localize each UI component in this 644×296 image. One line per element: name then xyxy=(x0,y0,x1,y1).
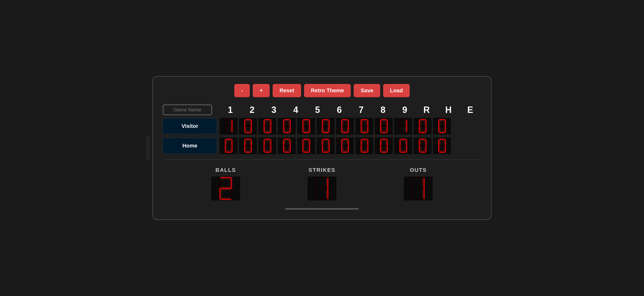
score-cell[interactable] xyxy=(413,137,432,154)
score-cell[interactable] xyxy=(297,137,315,154)
inning-header: 8 xyxy=(374,105,392,115)
outs-label: OUTS xyxy=(410,167,427,173)
header-row: 123456789RHE xyxy=(163,105,481,115)
score-cell[interactable] xyxy=(316,118,335,135)
scoreboard: - + Reset Retro Theme Save Load 12345678… xyxy=(152,76,492,220)
score-cell[interactable] xyxy=(239,137,257,154)
inning-header: 5 xyxy=(308,105,327,115)
score-cell[interactable] xyxy=(355,118,374,135)
game-name-container[interactable] xyxy=(163,105,217,115)
score-cell[interactable] xyxy=(433,137,451,154)
scrollbar-area xyxy=(163,208,481,210)
score-cell[interactable] xyxy=(258,118,276,135)
visitor-score-cells xyxy=(217,118,481,135)
visitor-row: Visitor xyxy=(163,118,481,135)
score-cell[interactable] xyxy=(374,137,393,154)
balls-label: BALLS xyxy=(216,167,236,173)
game-name-input[interactable] xyxy=(163,105,212,115)
inning-headers: 123456789RHE xyxy=(217,105,481,115)
strikes-digit xyxy=(316,177,328,200)
inning-header: 3 xyxy=(265,105,283,115)
balls-digit xyxy=(219,177,232,200)
outs-item: OUTS xyxy=(404,167,433,201)
score-cell[interactable] xyxy=(394,137,412,154)
inning-header: 4 xyxy=(286,105,305,115)
retro-theme-button[interactable]: Retro Theme xyxy=(304,84,351,97)
balls-item: BALLS xyxy=(211,167,240,201)
strikes-label: STRIKES xyxy=(308,167,335,173)
divider xyxy=(163,159,481,160)
home-score-cells xyxy=(217,137,481,154)
score-cell[interactable] xyxy=(316,137,335,154)
score-cell[interactable] xyxy=(278,137,296,154)
side-handle xyxy=(146,136,150,160)
bso-row: BALLS STRIKES OUTS xyxy=(163,164,481,203)
inning-header: H xyxy=(439,105,458,115)
balls-display xyxy=(211,176,240,201)
plus-button[interactable]: + xyxy=(253,84,270,97)
scrollbar-thumb xyxy=(285,208,359,210)
inning-header: 7 xyxy=(352,105,370,115)
score-cell[interactable] xyxy=(394,118,412,135)
save-button[interactable]: Save xyxy=(354,84,380,97)
score-cell[interactable] xyxy=(297,118,315,135)
home-row: Home xyxy=(163,137,481,154)
score-cell[interactable] xyxy=(219,137,238,154)
score-cell[interactable] xyxy=(219,118,238,135)
inning-header: 1 xyxy=(221,105,240,115)
strikes-display xyxy=(307,176,337,201)
inning-header: R xyxy=(417,105,436,115)
score-cell[interactable] xyxy=(336,137,354,154)
score-cell[interactable] xyxy=(433,118,451,135)
score-cell[interactable] xyxy=(278,118,296,135)
score-cell[interactable] xyxy=(374,118,393,135)
strikes-item: STRIKES xyxy=(307,167,337,201)
minus-button[interactable]: - xyxy=(234,84,250,97)
score-cell[interactable] xyxy=(355,137,374,154)
toolbar: - + Reset Retro Theme Save Load xyxy=(163,84,481,97)
inning-header: 2 xyxy=(243,105,261,115)
score-cell[interactable] xyxy=(413,118,432,135)
score-cell[interactable] xyxy=(258,137,276,154)
inning-header: 6 xyxy=(330,105,348,115)
inning-header: E xyxy=(461,105,480,115)
score-cell[interactable] xyxy=(239,118,257,135)
outs-display xyxy=(404,176,433,201)
home-label: Home xyxy=(163,138,217,154)
score-cell[interactable] xyxy=(336,118,354,135)
inning-header: 9 xyxy=(396,105,414,115)
load-button[interactable]: Load xyxy=(383,84,410,97)
reset-button[interactable]: Reset xyxy=(273,84,301,97)
outs-digit xyxy=(412,177,425,200)
visitor-label: Visitor xyxy=(163,118,217,134)
